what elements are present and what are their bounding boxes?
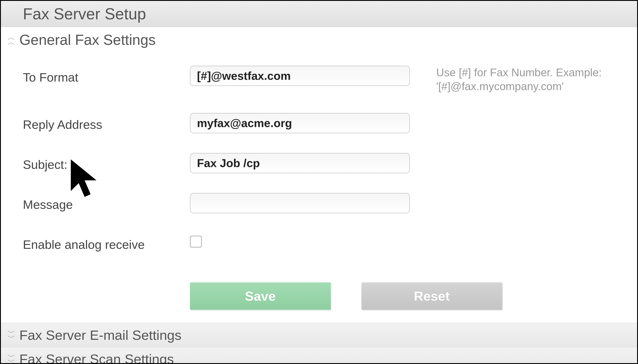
reset-button[interactable]: Reset	[362, 282, 502, 310]
section-header-email[interactable]: ﹀﹀ Fax Server E-mail Settings	[1, 323, 637, 347]
page-header: Fax Server Setup	[1, 1, 637, 27]
section-title-scan: Fax Server Scan Settings	[19, 351, 174, 364]
row-subject: Subject:	[23, 153, 628, 173]
section-header-general[interactable]: ︿︿ General Fax Settings	[1, 27, 637, 50]
row-to-format: To Format Use [#] for Fax Number. Exampl…	[23, 66, 628, 93]
input-reply-address[interactable]	[190, 113, 410, 133]
chevron-down-double-icon: ﹀﹀	[8, 354, 16, 364]
general-settings-form: To Format Use [#] for Fax Number. Exampl…	[1, 50, 637, 323]
chevron-up-double-icon: ︿︿	[8, 35, 16, 44]
row-reply-address: Reply Address	[23, 113, 628, 133]
label-subject: Subject:	[23, 153, 190, 172]
save-button[interactable]: Save	[190, 282, 331, 310]
input-message[interactable]	[190, 193, 410, 213]
button-row: Save Reset	[190, 278, 628, 310]
label-enable-analog: Enable analog receive	[23, 233, 190, 252]
row-message: Message	[23, 193, 628, 213]
chevron-down-double-icon: ﹀﹀	[8, 330, 16, 340]
hint-to-format: Use [#] for Fax Number. Example: '[#]@fa…	[436, 66, 628, 93]
section-title-email: Fax Server E-mail Settings	[19, 327, 181, 343]
input-subject[interactable]	[190, 153, 410, 173]
input-to-format[interactable]	[190, 66, 410, 86]
label-reply-address: Reply Address	[23, 113, 190, 132]
label-message: Message	[23, 193, 190, 212]
section-title-general: General Fax Settings	[19, 32, 156, 48]
section-header-scan[interactable]: ﹀﹀ Fax Server Scan Settings	[1, 347, 637, 364]
checkbox-enable-analog[interactable]	[190, 236, 202, 248]
page-title: Fax Server Setup	[23, 5, 624, 23]
label-to-format: To Format	[23, 66, 190, 84]
row-enable-analog: Enable analog receive	[23, 233, 628, 252]
